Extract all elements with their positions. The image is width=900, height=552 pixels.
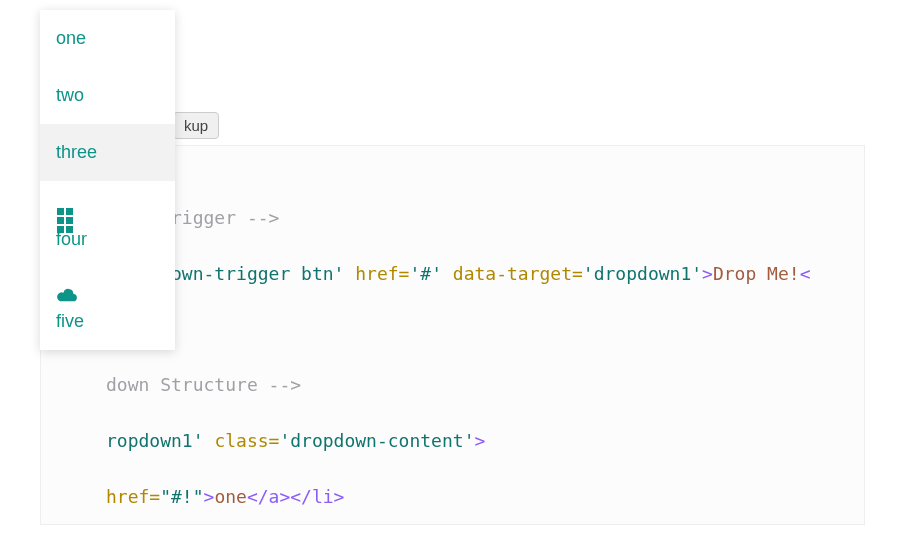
dropdown-menu: one two three four five xyxy=(40,10,175,350)
dropdown-item-three[interactable]: three xyxy=(40,124,175,181)
code-token: '#' xyxy=(409,263,442,284)
code-token: data-target= xyxy=(442,263,583,284)
dropdown-item-label: five xyxy=(56,311,159,332)
dropdown-item-five[interactable]: five xyxy=(40,268,175,350)
dropdown-item-two[interactable]: two xyxy=(40,67,175,124)
code-token: > xyxy=(204,486,215,507)
code-token: href= xyxy=(106,486,160,507)
code-token: > xyxy=(474,430,485,451)
code-token: "#!" xyxy=(160,486,203,507)
dropdown-item-label: two xyxy=(56,85,159,106)
markup-button-fragment[interactable]: kup xyxy=(173,112,219,139)
dropdown-item-label: four xyxy=(56,229,159,250)
code-token: Drop Me! xyxy=(713,263,800,284)
code-token: href= xyxy=(344,263,409,284)
code-token: < xyxy=(800,263,811,284)
code-token: 'dropdown1' xyxy=(583,263,702,284)
dropdown-item-label: three xyxy=(56,142,159,163)
dropdown-item-label: one xyxy=(56,28,159,49)
code-token: 'dropdown-content' xyxy=(279,430,474,451)
view-module-icon xyxy=(56,199,159,225)
code-token: </a></li> xyxy=(247,486,345,507)
dropdown-item-one[interactable]: one xyxy=(40,10,175,67)
code-token: class= xyxy=(204,430,280,451)
code-line: down Structure --> xyxy=(106,374,301,395)
code-token: > xyxy=(702,263,713,284)
code-token: ropdown1' xyxy=(106,430,204,451)
code-token: one xyxy=(214,486,247,507)
dropdown-item-four[interactable]: four xyxy=(40,181,175,268)
cloud-icon xyxy=(56,286,159,307)
